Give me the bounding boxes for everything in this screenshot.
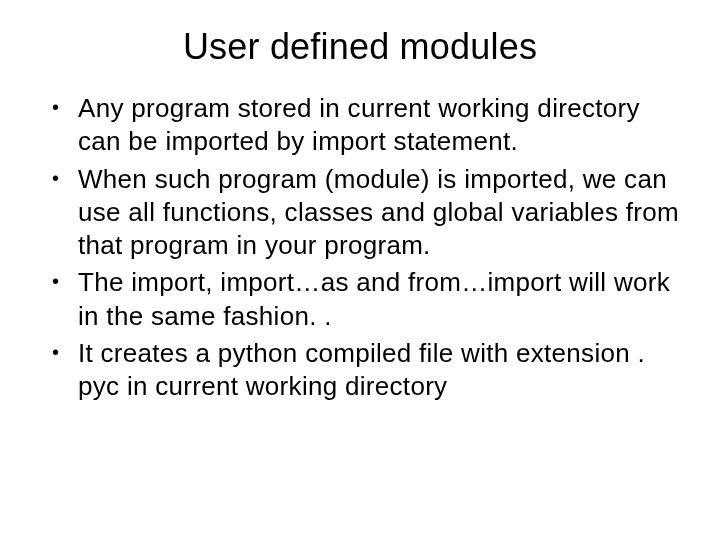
bullet-list: Any program stored in current working di… (40, 92, 680, 403)
list-item: When such program (module) is imported, … (48, 163, 680, 263)
list-item: The import, import…as and from…import wi… (48, 266, 680, 333)
list-item: It creates a python compiled file with e… (48, 337, 680, 404)
list-item: Any program stored in current working di… (48, 92, 680, 159)
slide-title: User defined modules (40, 26, 680, 68)
slide: User defined modules Any program stored … (0, 0, 720, 540)
